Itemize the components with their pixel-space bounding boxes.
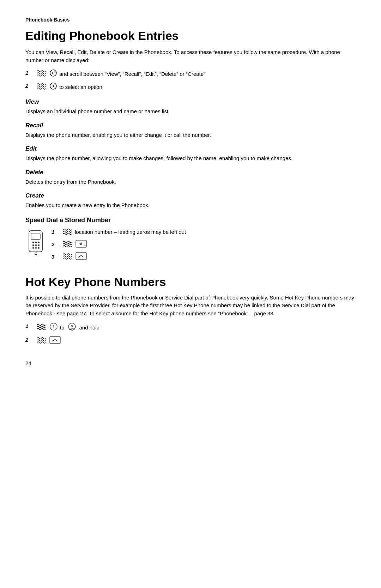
hotkey-step-1: 1 1 to 9 w [25,322,356,333]
edit-body: Displays the phone number, allowing you … [25,154,356,163]
create-body: Enables you to create a new entry in the… [25,201,356,210]
svg-point-14 [35,247,37,249]
section2-title: Hot Key Phone Numbers [25,275,356,289]
speed-step-3: 3 [52,252,356,261]
step1-text: and scroll between “View”, “Recall”, “Ed… [59,70,205,78]
keypad-icon-hk1 [36,323,46,333]
keypad-icon-sd2 [62,240,72,249]
speed-dial-steps: 1 location number – leading zeros may be… [52,228,356,265]
svg-point-3 [53,85,54,87]
speed-dial-content: 1 location number – leading zeros may be… [25,228,356,265]
steps-list-1: 1 and scroll between “View”, “Recall”, “… [25,69,356,92]
speed-step-2: 2 # ~ [52,240,356,249]
keypad-icon-sd1 [62,228,72,236]
speed-dial-heading: Speed Dial a Stored Number [25,217,356,224]
hotkey-hold-text: and hold [79,324,100,332]
keypad-icon-hk2 [36,336,46,346]
svg-point-1 [52,72,54,74]
speed-step-content-3 [61,252,87,261]
section1-intro: You can View, Recall, Edit, Delete or Cr… [25,48,356,64]
send-icon-sd [75,252,87,261]
speed-step-num-2: 2 [52,241,59,247]
subsection-create: Create Enables you to create a new entry… [25,192,356,210]
svg-point-12 [38,244,40,246]
hotkey-step-num-2: 2 [25,336,33,344]
hash-key-icon: # ~ [75,240,87,249]
recall-heading: Recall [25,122,356,129]
keypad-icon-sd3 [62,252,72,261]
delete-heading: Delete [25,169,356,176]
svg-point-0 [50,70,56,76]
view-body: Displays an individual phone number and … [25,108,356,116]
subsection-recall: Recall Displays the phone number, enabli… [25,122,356,139]
svg-point-15 [38,247,40,249]
speed-step-1: 1 location number – leading zeros may be… [52,228,356,236]
svg-rect-25 [50,337,60,344]
hotkey-step-num-1: 1 [25,322,33,331]
svg-text:1: 1 [53,324,55,329]
keypad-icon-1a [36,69,46,79]
steps-list-2: 1 1 to 9 w [25,322,356,346]
svg-point-9 [38,242,40,243]
recall-body: Displays the phone number, enabling you … [25,131,356,139]
step-item: 2 to select an option [25,82,356,92]
step-content: to select an option [35,82,102,92]
svg-text:#: # [80,241,83,246]
hotkey-step-content-2 [35,336,61,346]
speed-step-content-2: # ~ [61,240,87,249]
subsection-delete: Delete Deletes the entry from the Phoneb… [25,169,356,186]
step-content: and scroll between “View”, “Recall”, “Ed… [35,69,205,79]
svg-point-10 [32,244,34,246]
step-item: 1 and scroll between “View”, “Recall”, “… [25,69,356,79]
page-header: Phonebook Basics [25,17,356,23]
section1-title: Editing Phonebook Entries [25,29,356,43]
svg-text:~: ~ [84,244,86,247]
svg-rect-19 [76,253,86,260]
svg-text:wxyz: wxyz [69,328,75,331]
speed-step-1-text: location number – leading zeros may be l… [75,229,186,235]
subsections: View Displays an individual phone number… [25,98,356,210]
page-number: 24 [25,360,356,366]
section2-intro: It is possible to dial phone numbers fro… [25,294,356,318]
svg-point-13 [32,247,34,249]
hotkey-to-text: to [60,324,65,332]
hotkey-step-content-1: 1 to 9 wxyz and hold [35,322,99,333]
svg-point-11 [35,244,37,246]
create-heading: Create [25,192,356,199]
svg-point-7 [32,242,34,243]
step-num: 1 [25,69,33,77]
hotkey-step-2: 2 [25,336,356,346]
select-icon-1 [49,82,57,92]
num1-key-icon: 1 [49,322,58,333]
edit-heading: Edit [25,145,356,152]
delete-body: Deletes the entry from the Phonebook. [25,178,356,186]
subsection-view: View Displays an individual phone number… [25,98,356,116]
phone-illustration [25,229,47,258]
speed-step-num-1: 1 [52,229,59,235]
scroll-icon-1 [49,69,57,79]
view-heading: View [25,98,356,105]
svg-point-6 [35,253,37,255]
subsection-edit: Edit Displays the phone number, allowing… [25,145,356,163]
send-icon-hk [49,336,61,346]
svg-point-8 [35,242,37,243]
speed-step-content-1: location number – leading zeros may be l… [61,228,186,236]
num9-key-icon: 9 wxyz [67,322,77,333]
svg-rect-5 [31,233,40,240]
keypad-icon-2a [36,82,46,92]
speed-step-num-3: 3 [52,254,59,260]
step2-text: to select an option [59,83,102,91]
step-num: 2 [25,82,33,90]
